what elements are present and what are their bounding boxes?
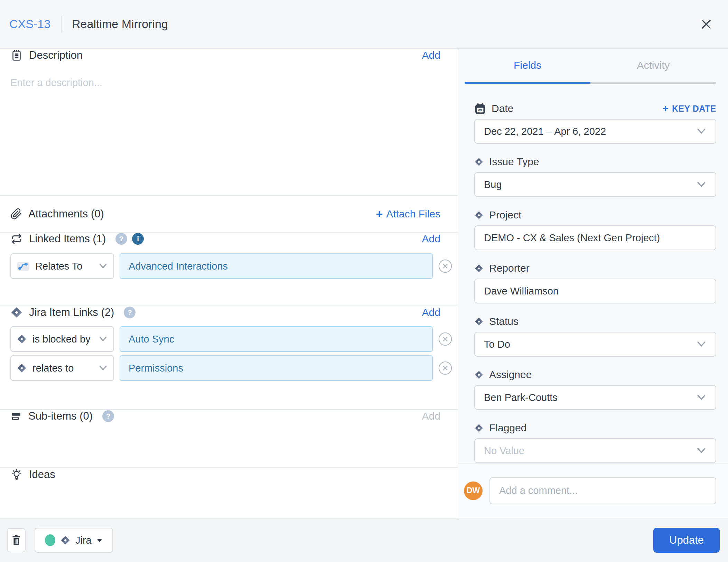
key-date-button[interactable]: + KEY DATE — [662, 103, 716, 114]
modal-header: CXS-13 Realtime Mirroring — [0, 0, 728, 49]
attach-files-button[interactable]: + Attach Files — [376, 208, 440, 220]
chevron-down-icon — [98, 365, 108, 372]
avatar: DW — [464, 481, 483, 500]
jira-icon — [474, 370, 484, 380]
comment-input[interactable] — [489, 477, 716, 504]
assignee-select[interactable]: Ben Park-Coutts — [474, 385, 716, 410]
chevron-down-icon — [98, 336, 108, 343]
jira-link-chip[interactable]: Auto Sync — [120, 326, 433, 352]
chevron-down-icon — [98, 263, 108, 270]
remove-icon — [438, 331, 453, 347]
linked-items-section: Linked Items (1) ? i Add — [0, 233, 458, 306]
jira-link-row: is blocked by Auto Sync — [10, 326, 453, 352]
jira-link-type-dropdown[interactable]: is blocked by — [10, 326, 114, 352]
jira-icon — [10, 306, 23, 319]
link-type-value: Relates To — [35, 261, 83, 272]
plus-icon: + — [662, 103, 669, 114]
trash-icon — [11, 534, 22, 546]
chevron-down-icon — [696, 394, 707, 401]
linked-items-help-icon[interactable]: ? — [115, 233, 127, 245]
svg-text:05: 05 — [478, 108, 482, 112]
lightbulb-icon — [10, 468, 23, 481]
paperclip-icon — [10, 208, 22, 220]
caret-down-icon — [96, 538, 103, 543]
project-field: DEMO - CX & Sales (Next Gen Project) — [474, 225, 716, 250]
date-field-label: Date — [492, 103, 513, 114]
jira-icon — [474, 423, 484, 433]
jira-links-section: Jira Item Links (2) ? Add is blocked by — [0, 306, 458, 410]
chevron-down-icon — [696, 447, 707, 455]
comment-bar: DW — [458, 463, 728, 518]
chevron-down-icon — [696, 128, 707, 135]
assignee-label: Assignee — [489, 369, 532, 381]
ideas-title: Ideas — [29, 468, 55, 481]
relates-to-icon — [17, 261, 30, 272]
tab-fields[interactable]: Fields — [465, 49, 590, 84]
integration-label: Jira — [75, 535, 92, 546]
linked-items-info-icon[interactable]: i — [132, 233, 144, 245]
integration-switcher[interactable]: Jira — [35, 528, 113, 553]
issue-title: Realtime Mirroring — [72, 17, 168, 31]
attach-files-label: Attach Files — [386, 208, 440, 220]
main-panel: Description Add Enter a description... A… — [0, 49, 458, 518]
jira-icon — [17, 363, 27, 373]
remove-linked-item-button[interactable] — [438, 259, 453, 274]
sidebar-tabs: Fields Activity — [458, 49, 728, 84]
jira-link-chip[interactable]: Permissions — [120, 355, 433, 381]
issue-key-link[interactable]: CXS-13 — [9, 17, 50, 31]
description-add-button[interactable]: Add — [422, 49, 440, 61]
jira-link-type-value: is blocked by — [32, 334, 91, 345]
description-icon — [10, 49, 23, 62]
update-button[interactable]: Update — [653, 528, 720, 553]
jira-icon — [474, 157, 484, 167]
reporter-label: Reporter — [489, 262, 530, 274]
jira-icon — [474, 210, 484, 220]
flagged-select[interactable]: No Value — [474, 438, 716, 463]
header-divider — [61, 16, 62, 32]
link-type-dropdown[interactable]: Relates To — [10, 253, 114, 279]
description-section: Description Add Enter a description... — [0, 49, 458, 196]
jira-icon — [17, 334, 27, 344]
sub-items-title: Sub-items (0) — [28, 410, 93, 422]
jira-link-type-value: relates to — [32, 363, 74, 374]
plus-icon: + — [376, 208, 383, 220]
linked-item-chip[interactable]: Advanced Interactions — [120, 253, 433, 279]
description-title: Description — [29, 49, 83, 62]
close-button[interactable] — [698, 16, 714, 32]
status-label: Status — [489, 316, 519, 327]
calendar-icon: 05 — [474, 103, 486, 115]
remove-jira-link-button[interactable] — [438, 360, 453, 376]
chevron-down-icon — [696, 181, 707, 188]
delete-button[interactable] — [7, 528, 26, 552]
close-icon — [699, 17, 713, 31]
remove-icon — [438, 360, 453, 376]
jira-links-add-button[interactable]: Add — [422, 307, 440, 318]
description-editor[interactable]: Enter a description... — [10, 77, 453, 88]
jira-links-help-icon[interactable]: ? — [124, 307, 136, 318]
linked-items-icon — [10, 233, 23, 245]
reporter-field: Dave Williamson — [474, 279, 716, 303]
status-select[interactable]: To Do — [474, 332, 716, 357]
ideas-section: Ideas — [0, 468, 458, 518]
remove-icon — [438, 259, 453, 274]
key-date-label: KEY DATE — [672, 104, 716, 114]
flagged-label: Flagged — [489, 422, 526, 434]
attachments-section: Attachments (0) + Attach Files — [0, 196, 458, 233]
remove-jira-link-button[interactable] — [438, 331, 453, 347]
date-range-select[interactable]: Dec 22, 2021 – Apr 6, 2022 — [474, 119, 716, 144]
sub-items-help-icon[interactable]: ? — [102, 410, 114, 422]
jira-icon — [474, 317, 484, 326]
linked-items-title: Linked Items (1) — [29, 233, 106, 245]
linked-items-add-button[interactable]: Add — [422, 233, 440, 245]
tab-activity[interactable]: Activity — [590, 49, 716, 84]
chevron-down-icon — [696, 340, 707, 348]
sync-status-icon — [45, 534, 55, 546]
jira-links-title: Jira Item Links (2) — [29, 306, 114, 319]
project-label: Project — [489, 209, 521, 221]
sub-items-add-button: Add — [422, 410, 440, 422]
jira-link-type-dropdown[interactable]: relates to — [10, 355, 114, 381]
issue-type-select[interactable]: Bug — [474, 172, 716, 197]
jira-link-row: relates to Permissions — [10, 355, 453, 381]
issue-type-label: Issue Type — [489, 156, 539, 168]
modal-footer: Jira Update — [0, 518, 728, 562]
